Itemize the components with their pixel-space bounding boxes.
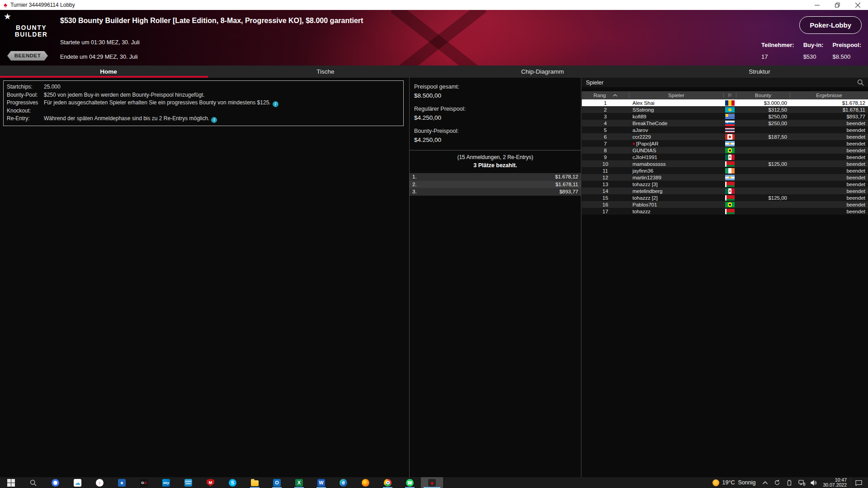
table-row[interactable]: 8GUNDIASbeendet [582, 147, 868, 154]
country-flag-brazil [725, 202, 735, 207]
poker-lobby-button[interactable]: Poker-Lobby [799, 16, 862, 34]
taskbar-icon-excel[interactable]: X [288, 477, 310, 488]
country-flag-mexico [725, 155, 735, 160]
tray-network-icon[interactable] [797, 477, 807, 488]
info-icon[interactable]: i [211, 117, 217, 123]
taskbar-icon-skype[interactable]: S [222, 477, 244, 488]
favorite-star-icon[interactable]: ★ [4, 11, 11, 22]
action-center-icon[interactable] [851, 477, 866, 488]
player-rank: 10 [582, 161, 629, 167]
player-name: SSstrong [629, 107, 723, 113]
player-result: beendet [790, 195, 868, 201]
tournament-info-panel: Startchips:25.000Bounty-Pool:$250 von je… [3, 80, 404, 126]
table-row[interactable]: 5aJarovbeendet [582, 127, 868, 133]
taskbar-icon-ggpoker[interactable]: GG [133, 477, 155, 488]
column-header-rank[interactable]: Rang [582, 93, 629, 98]
table-row[interactable]: 12martin12389beendet [582, 174, 868, 181]
info-row: Re-Entry:Während der späten Anmeldephase… [7, 115, 400, 123]
info-text: Für jeden ausgeschalteten Spieler erhalt… [44, 99, 400, 115]
minimize-button[interactable] [807, 0, 827, 10]
country-flag-ireland [725, 168, 735, 174]
icloud-icon: ☁ [74, 479, 81, 487]
players-table-header: Rang Spieler ⚐ Bounty Ergebnisse [582, 91, 868, 99]
tab-tische[interactable]: Tische [217, 66, 434, 78]
search-icon[interactable] [857, 79, 864, 86]
tournament-header: ★ BOUNTY BUILDER BEENDET $530 Bounty Bui… [0, 10, 868, 66]
taskbar-icon-word[interactable]: W [310, 477, 332, 488]
taskbar-icon-file-explorer[interactable] [244, 477, 266, 488]
taskbar-icon-chrome[interactable] [377, 477, 399, 488]
column-header-results[interactable]: Ergebnisse [790, 93, 868, 98]
player-name-text: Alex Shai [632, 100, 655, 106]
table-row[interactable]: 17tohazzzbeendet [582, 208, 868, 215]
close-button[interactable] [848, 0, 868, 10]
tab-struktur[interactable]: Struktur [651, 66, 868, 78]
taskbar-icon-windows-start[interactable] [0, 477, 22, 488]
status-badge: BEENDET [7, 51, 48, 61]
taskbar-icon-outlook[interactable]: O [266, 477, 288, 488]
player-bounty: $250,00 [736, 121, 790, 126]
table-row[interactable]: 13tohazzz [3]beendet [582, 181, 868, 188]
prize-label: Preispool gesamt: [414, 84, 576, 90]
player-result: beendet [790, 202, 868, 207]
edge-icon: e [340, 479, 347, 487]
taskbar-icon-pokerstars[interactable]: ♠ [421, 477, 443, 488]
taskbar-icon-edge[interactable]: e [332, 477, 354, 488]
tray-usb-device-icon[interactable] [784, 477, 794, 488]
player-name: jayfinn36 [629, 168, 723, 174]
info-label: Progressives Knockout: [7, 99, 44, 115]
signal-icon [52, 479, 59, 487]
taskbar-icon-itunes[interactable]: ♪ [89, 477, 111, 488]
taskbar-icon-whatsapp[interactable]: ☎ [399, 477, 421, 488]
player-name-text: metelindberg [632, 188, 662, 194]
player-name: Pablos701 [629, 202, 723, 207]
tab-home[interactable]: Home [0, 66, 217, 78]
table-row[interactable]: 2SSstrong$312,50$1.678,11 [582, 106, 868, 113]
taskbar-icon-icloud[interactable]: ☁ [66, 477, 89, 488]
tray-chevron-up-icon[interactable] [760, 477, 770, 488]
whatsapp-icon: ☎ [406, 479, 414, 487]
column-header-bounty[interactable]: Bounty [736, 93, 790, 98]
taskbar-clock[interactable]: 10:47 30.07.2022 [819, 478, 851, 488]
table-row[interactable]: 10mamabosssss$125,00beendet [582, 160, 868, 167]
info-icon[interactable]: i [273, 101, 278, 107]
taskbar-icon-pokerstars-vr[interactable]: ♠ [111, 477, 133, 488]
table-row[interactable]: 16Pablos701beendet [582, 201, 868, 208]
tab-chip-diagramm[interactable]: Chip-Diagramm [434, 66, 651, 78]
skype-icon: S [229, 479, 236, 487]
table-row[interactable]: 15tohazzz [2]$125,00beendet [582, 194, 868, 201]
player-result: $893,77 [790, 114, 868, 119]
taskbar-icon-signal[interactable] [44, 477, 66, 488]
player-result: beendet [790, 127, 868, 133]
tray-volume-icon[interactable] [809, 477, 819, 488]
table-row[interactable]: 3kofi89$250,00$893,77 [582, 113, 868, 120]
column-header-player[interactable]: Spieler [629, 93, 723, 98]
players-table-body: 1Alex Shai$3.000,00$1.678,122SSstrong$31… [582, 99, 868, 215]
table-row[interactable]: 1Alex Shai$3.000,00$1.678,12 [582, 99, 868, 106]
country-flag-belarus [725, 182, 735, 187]
tab-bar: HomeTischeChip-DiagrammStruktur [0, 66, 868, 78]
taskbar-icon-prime-video[interactable]: primevideo [177, 477, 199, 488]
player-rank: 6 [582, 134, 629, 140]
restore-button[interactable] [827, 0, 848, 10]
table-row[interactable]: 7♠[Papo]ARbeendet [582, 140, 868, 147]
table-row[interactable]: 6ccr2229$187,50beendet [582, 133, 868, 140]
player-name-text: kofi89 [632, 114, 646, 119]
taskbar-icon-sky[interactable]: sky [155, 477, 177, 488]
taskbar-icon-mcafee[interactable]: M [199, 477, 222, 488]
tray-sync-icon[interactable] [772, 477, 782, 488]
player-result: beendet [790, 161, 868, 167]
table-row[interactable]: 14metelindbergbeendet [582, 188, 868, 194]
player-rank: 12 [582, 175, 629, 180]
table-row[interactable]: 11jayfinn36beendet [582, 167, 868, 174]
column-header-flag[interactable]: ⚐ [723, 93, 736, 98]
weather-widget[interactable]: 19°C Sonnig [708, 479, 760, 486]
taskbar-icon-firefox[interactable] [354, 477, 377, 488]
table-row[interactable]: 4BreakTheCode$250,00beendet [582, 120, 868, 127]
player-name: ♠[Papo]AR [629, 141, 723, 146]
player-result: beendet [790, 148, 868, 153]
table-row[interactable]: 9cJIoH1991beendet [582, 154, 868, 160]
players-panel: Spieler Rang Spieler ⚐ Bounty Ergebnisse… [582, 78, 868, 477]
country-flag-slovenia [725, 121, 735, 126]
taskbar-icon-search[interactable] [22, 477, 44, 488]
